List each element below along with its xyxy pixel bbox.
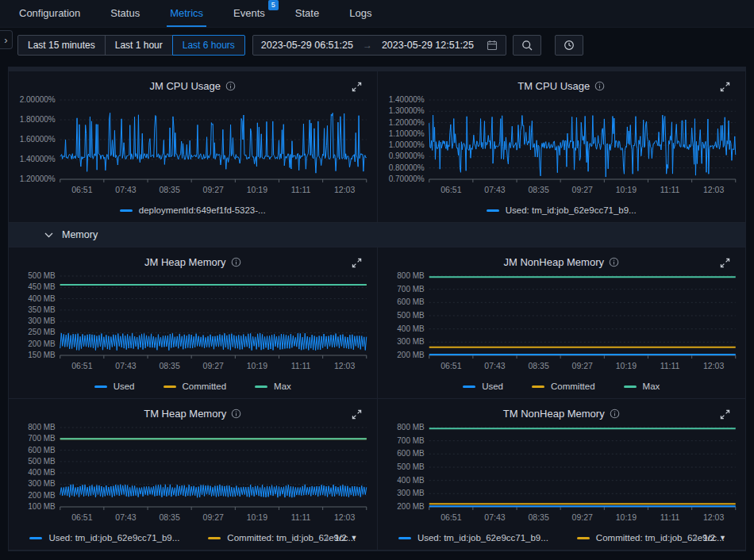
- memory-section-label: Memory: [62, 229, 98, 240]
- legend-item[interactable]: deploymentId:649ef1fd-5323-...: [120, 205, 266, 215]
- jm-cpu-usage-panel: JM CPU Usage2.00000%1.80000%1.60000%1.40…: [9, 71, 377, 222]
- chart-title: TM NonHeap Memory: [503, 408, 605, 420]
- expand-chart-icon[interactable]: [352, 258, 362, 268]
- jm-nonheap-memory-panel: JM NonHeap Memory800 MB700 MB600 MB500 M…: [378, 247, 746, 398]
- chart-title-row: JM Heap Memory: [9, 254, 377, 270]
- chart-row: TM Heap Memory800 MB700 MB600 MB500 MB40…: [9, 399, 745, 550]
- sidebar-collapse-handle[interactable]: ›: [0, 30, 13, 49]
- tab-metrics[interactable]: Metrics: [167, 0, 206, 27]
- search-button[interactable]: [513, 35, 541, 56]
- legend-pager: ▲1/2▼: [323, 533, 357, 543]
- tab-label: Logs: [349, 7, 371, 19]
- expand-chart-icon[interactable]: [352, 82, 362, 92]
- legend-label: Used: tm_id:job_62e9cc71_b9...: [48, 533, 179, 543]
- svg-text:300 MB: 300 MB: [397, 337, 425, 346]
- info-icon[interactable]: [231, 408, 241, 419]
- metrics-page: ConfigurationStatusMetricsEvents5StateLo…: [0, 0, 754, 560]
- chart-plot: 2.00000%1.80000%1.60000%1.40000%1.20000%…: [9, 94, 377, 200]
- info-icon[interactable]: [594, 81, 605, 91]
- range-button-label: Last 6 hours: [183, 40, 235, 51]
- tm-heap-memory-panel: TM Heap Memory800 MB700 MB600 MB500 MB40…: [9, 399, 377, 550]
- legend-item[interactable]: Max: [255, 382, 291, 391]
- expand-chart-icon[interactable]: [720, 82, 730, 92]
- expand-chart-icon[interactable]: [720, 258, 730, 268]
- svg-text:09:27: 09:27: [571, 185, 592, 194]
- range-button-label: Last 1 hour: [115, 40, 163, 51]
- chart-legend: Used: tm_id:job_62e9cc71_b9...Committed:…: [378, 533, 746, 543]
- legend-pager: ▲1/2▼: [692, 533, 726, 543]
- range-button-last-15-minutes[interactable]: Last 15 minutes: [17, 35, 106, 56]
- tab-label: Events: [233, 7, 265, 19]
- svg-text:12:03: 12:03: [334, 361, 355, 370]
- svg-text:08:35: 08:35: [160, 361, 180, 370]
- legend-item[interactable]: Max: [624, 382, 660, 391]
- svg-text:12:03: 12:03: [334, 512, 355, 522]
- legend-item[interactable]: Committed: [532, 382, 595, 391]
- svg-text:1.80000%: 1.80000%: [20, 115, 56, 124]
- info-icon[interactable]: [225, 81, 236, 91]
- svg-text:06:51: 06:51: [440, 185, 461, 194]
- svg-text:200 MB: 200 MB: [28, 339, 56, 348]
- range-button-last-6-hours[interactable]: Last 6 hours: [172, 35, 245, 56]
- pager-down-icon[interactable]: ▼: [351, 534, 358, 542]
- tab-configuration[interactable]: Configuration: [16, 0, 83, 27]
- jm-heap-memory-panel: JM Heap Memory500 MB450 MB400 MB350 MB30…: [9, 247, 377, 398]
- chart-plot: 800 MB700 MB600 MB500 MB400 MB300 MB200 …: [378, 270, 746, 376]
- expand-chart-icon[interactable]: [720, 409, 730, 420]
- legend-marker-icon: [624, 385, 637, 388]
- svg-text:09:27: 09:27: [203, 185, 224, 194]
- svg-text:200 MB: 200 MB: [28, 491, 56, 500]
- memory-section-header[interactable]: Memory: [9, 223, 745, 247]
- legend-label: Max: [274, 382, 291, 391]
- legend-item[interactable]: Used: tm_id:job_62e9cc71_b9...: [487, 205, 637, 215]
- pager-down-icon[interactable]: ▼: [719, 534, 726, 542]
- svg-text:06:51: 06:51: [71, 512, 92, 522]
- tm-nonheap-memory-panel: TM NonHeap Memory800 MB700 MB600 MB500 M…: [378, 399, 746, 550]
- info-icon[interactable]: [609, 257, 619, 267]
- arrow-right-icon: →: [363, 40, 372, 51]
- svg-text:1.40000%: 1.40000%: [388, 95, 424, 104]
- tab-label: Status: [110, 7, 140, 19]
- svg-text:1.30000%: 1.30000%: [388, 106, 424, 115]
- svg-text:11:11: 11:11: [291, 361, 311, 370]
- legend-marker-icon: [29, 537, 42, 539]
- svg-text:08:35: 08:35: [160, 512, 180, 522]
- info-icon[interactable]: [231, 257, 241, 267]
- legend-marker-icon: [208, 537, 221, 539]
- svg-text:2.00000%: 2.00000%: [20, 95, 56, 104]
- search-icon: [521, 40, 533, 51]
- svg-text:11:11: 11:11: [660, 512, 679, 522]
- chart-title: JM Heap Memory: [144, 256, 226, 268]
- svg-text:250 MB: 250 MB: [28, 328, 56, 336]
- refresh-button[interactable]: [555, 35, 583, 56]
- legend-marker-icon: [463, 385, 475, 388]
- svg-text:07:43: 07:43: [115, 361, 136, 370]
- tab-events[interactable]: Events5: [230, 0, 268, 27]
- svg-text:450 MB: 450 MB: [28, 282, 56, 291]
- tab-status[interactable]: Status: [107, 0, 143, 27]
- chart-plot: 1.40000%1.30000%1.20000%1.10000%1.00000%…: [378, 94, 746, 200]
- svg-text:10:19: 10:19: [615, 361, 636, 370]
- legend-item[interactable]: Used: [463, 382, 503, 391]
- svg-text:1.20000%: 1.20000%: [20, 175, 56, 183]
- svg-text:600 MB: 600 MB: [397, 297, 425, 306]
- svg-text:10:19: 10:19: [247, 361, 267, 370]
- expand-chart-icon[interactable]: [352, 409, 362, 420]
- date-range-picker[interactable]: 2023-05-29 06:51:25 → 2023-05-29 12:51:2…: [252, 35, 506, 56]
- legend-item[interactable]: Used: tm_id:job_62e9cc71_b9...: [29, 533, 179, 543]
- legend-item[interactable]: Used: tm_id:job_62e9cc71_b9...: [398, 533, 548, 543]
- legend-item[interactable]: Committed: [163, 382, 227, 391]
- chart-title-row: TM NonHeap Memory: [378, 405, 746, 421]
- info-icon[interactable]: [610, 408, 620, 419]
- pager-up-icon[interactable]: ▲: [692, 534, 699, 542]
- pager-up-icon[interactable]: ▲: [323, 534, 330, 542]
- legend-label: deploymentId:649ef1fd-5323-...: [139, 205, 266, 215]
- legend-item[interactable]: Used: [94, 382, 135, 391]
- svg-text:12:03: 12:03: [703, 185, 724, 194]
- chart-title: JM NonHeap Memory: [504, 256, 604, 268]
- tab-logs[interactable]: Logs: [346, 0, 375, 27]
- range-button-last-1-hour[interactable]: Last 1 hour: [105, 35, 173, 56]
- chart-row: JM CPU Usage2.00000%1.80000%1.60000%1.40…: [9, 71, 745, 222]
- svg-text:400 MB: 400 MB: [28, 468, 56, 477]
- tab-state[interactable]: State: [292, 0, 322, 27]
